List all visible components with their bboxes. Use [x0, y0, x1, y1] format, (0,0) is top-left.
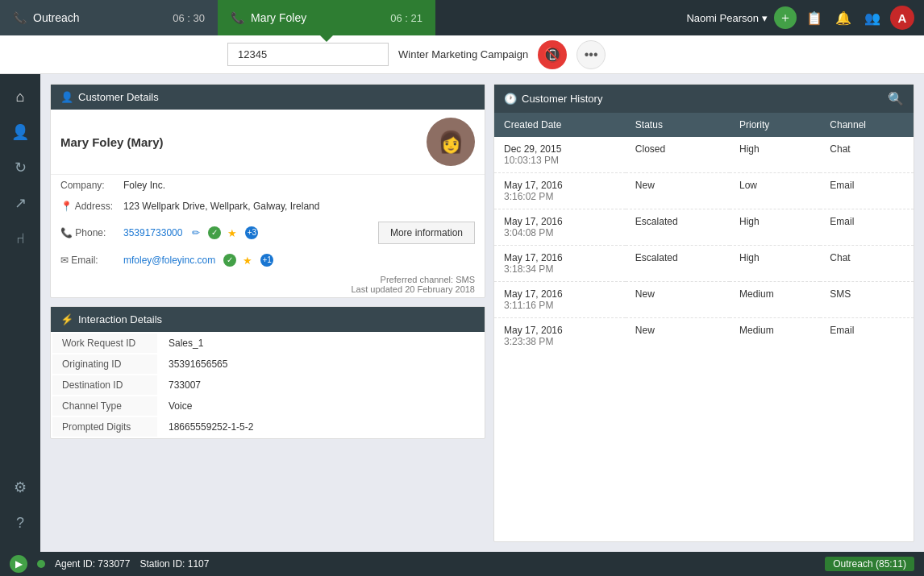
interaction-field-value: 35391656565	[159, 354, 483, 374]
outreach-label: Outreach	[33, 11, 80, 24]
last-updated: Last updated 20 February 2018	[60, 284, 475, 294]
chevron-down-icon: ▾	[762, 12, 768, 24]
agent-name: Naomi Pearson ▾	[686, 12, 768, 24]
history-column-header: Priority	[730, 113, 820, 137]
history-row: May 17, 20163:23:38 PM New Medium Email	[494, 318, 914, 354]
bell-icon-btn[interactable]: 🔔	[832, 6, 855, 29]
avatar-button[interactable]: A	[890, 6, 914, 30]
agent-id: Agent ID: 733077	[55, 558, 130, 570]
phone-icon: 📞	[13, 11, 27, 24]
sidebar-item-connections[interactable]: ⑁	[4, 222, 36, 255]
history-priority: High	[730, 246, 820, 282]
play-button[interactable]: ▶	[10, 555, 27, 573]
history-channel: SMS	[820, 282, 914, 318]
interaction-row: Prompted Digits18665559252-1-5-2	[52, 417, 483, 437]
history-channel: Email	[820, 209, 914, 246]
phone-label: 📞 Phone:	[60, 227, 117, 238]
history-status: Closed	[626, 137, 730, 173]
customer-details-card: 👤 Customer Details Mary Foley (Mary) 👩 C…	[50, 84, 485, 298]
history-priority: Medium	[730, 282, 820, 318]
address-label: 📍 Address:	[60, 201, 117, 212]
customer-history-header: 🕐 Customer History 🔍	[494, 85, 914, 113]
history-row: May 17, 20163:16:02 PM New Low Email	[494, 173, 914, 209]
hang-up-button[interactable]: 📵	[538, 40, 567, 69]
history-priority: High	[730, 137, 820, 173]
history-column-header: Created Date	[494, 113, 626, 137]
sidebar-item-refresh[interactable]: ↻	[4, 151, 36, 184]
outreach-timer: 06 : 30	[173, 12, 205, 24]
left-panel: 👤 Customer Details Mary Foley (Mary) 👩 C…	[50, 84, 485, 542]
customer-name-row: Mary Foley (Mary) 👩	[51, 110, 485, 175]
call-name: Mary Foley	[251, 11, 306, 24]
email-label: ✉ Email:	[60, 255, 117, 266]
interaction-icon: ⚡	[60, 313, 73, 325]
call-phone-icon: 📞	[231, 11, 244, 24]
sidebar: ⌂ 👤 ↻ ↗ ⑁ ⚙ ?	[0, 74, 40, 552]
interaction-field-value: Voice	[159, 396, 483, 416]
history-date: May 17, 20163:11:16 PM	[494, 282, 626, 318]
sidebar-item-home[interactable]: ⌂	[4, 81, 36, 113]
right-panel: 🕐 Customer History 🔍 Created DateStatusP…	[493, 84, 914, 542]
history-channel: Chat	[820, 246, 914, 282]
avatar: 👩	[427, 118, 475, 166]
interaction-table: Work Request IDSales_1Originating ID3539…	[51, 332, 485, 438]
phone-star-1: ★	[227, 227, 237, 239]
history-date: May 17, 20163:23:38 PM	[494, 318, 626, 354]
top-bar: 📞 Outreach 06 : 30 📞 Mary Foley 06 : 21 …	[0, 0, 924, 35]
outreach-tab[interactable]: 📞 Outreach 06 : 30	[0, 0, 218, 35]
phone-count-badge: +3	[245, 226, 258, 239]
phone-value[interactable]: 35391733000	[123, 227, 182, 238]
history-channel: Chat	[820, 137, 914, 173]
notes-icon-btn[interactable]: 📋	[803, 6, 826, 29]
phone-verified-badge: ✓	[208, 226, 221, 239]
email-star: ★	[243, 255, 252, 267]
more-info-button[interactable]: More information	[378, 222, 475, 244]
outreach-status-badge: Outreach (85:11)	[825, 557, 914, 571]
history-status: New	[626, 318, 730, 354]
customer-name: Mary Foley (Mary)	[60, 135, 427, 149]
sidebar-item-help[interactable]: ?	[4, 507, 36, 539]
history-channel: Email	[820, 173, 914, 209]
sidebar-item-user[interactable]: 👤	[4, 116, 36, 148]
history-status: Escalated	[626, 209, 730, 246]
history-row: Dec 29, 201510:03:13 PM Closed High Chat	[494, 137, 914, 173]
interaction-details-header: ⚡ Interaction Details	[51, 307, 485, 332]
more-options-button[interactable]: •••	[576, 40, 606, 69]
interaction-field-label: Work Request ID	[52, 334, 157, 353]
interaction-row: Work Request IDSales_1	[52, 334, 483, 353]
interaction-field-label: Channel Type	[52, 396, 157, 416]
phone-row: 📞 Phone: 35391733000 ✏ ✓ ★ +3 More infor…	[51, 217, 485, 249]
company-row: Company: Foley Inc.	[51, 175, 485, 196]
history-clock-icon: 🕐	[504, 93, 517, 105]
history-search-icon[interactable]: 🔍	[888, 91, 904, 106]
main-layout: ⌂ 👤 ↻ ↗ ⑁ ⚙ ? 👤 Customer Details Mary Fo…	[0, 74, 924, 552]
email-row: ✉ Email: mfoley@foleyinc.com ✓ ★ +1	[51, 249, 485, 271]
call-tab[interactable]: 📞 Mary Foley 06 : 21	[218, 0, 435, 35]
history-status: New	[626, 282, 730, 318]
email-value[interactable]: mfoley@foleyinc.com	[123, 255, 215, 266]
interaction-field-value: 733007	[159, 375, 483, 395]
sidebar-item-settings[interactable]: ⚙	[4, 471, 36, 503]
agent-status-dot	[37, 560, 45, 568]
phone-input[interactable]	[227, 43, 389, 66]
history-date: May 17, 20163:18:34 PM	[494, 246, 626, 282]
customer-history-card: 🕐 Customer History 🔍 Created DateStatusP…	[493, 84, 914, 542]
interaction-field-label: Destination ID	[52, 375, 157, 395]
history-status: Escalated	[626, 246, 730, 282]
customer-details-header: 👤 Customer Details	[51, 85, 485, 110]
history-row: May 17, 20163:04:08 PM Escalated High Em…	[494, 209, 914, 246]
interaction-details-card: ⚡ Interaction Details Work Request IDSal…	[50, 306, 485, 439]
edit-icon[interactable]: ✏	[192, 227, 200, 238]
add-button[interactable]: ＋	[774, 6, 797, 29]
history-table: Created DateStatusPriorityChannel Dec 29…	[494, 113, 914, 354]
history-priority: Medium	[730, 318, 820, 354]
sidebar-item-external[interactable]: ↗	[4, 187, 36, 219]
contacts-icon-btn[interactable]: 👥	[861, 6, 884, 29]
status-bar: ▶ Agent ID: 733077 Station ID: 1107 Outr…	[0, 552, 924, 576]
interaction-field-value: Sales_1	[159, 334, 483, 353]
email-verified-badge: ✓	[223, 254, 236, 267]
customer-icon: 👤	[60, 91, 73, 103]
interaction-field-value: 18665559252-1-5-2	[159, 417, 483, 437]
history-column-header: Status	[626, 113, 730, 137]
preferred-channel-row: Preferred channel: SMS Last updated 20 F…	[51, 271, 485, 297]
